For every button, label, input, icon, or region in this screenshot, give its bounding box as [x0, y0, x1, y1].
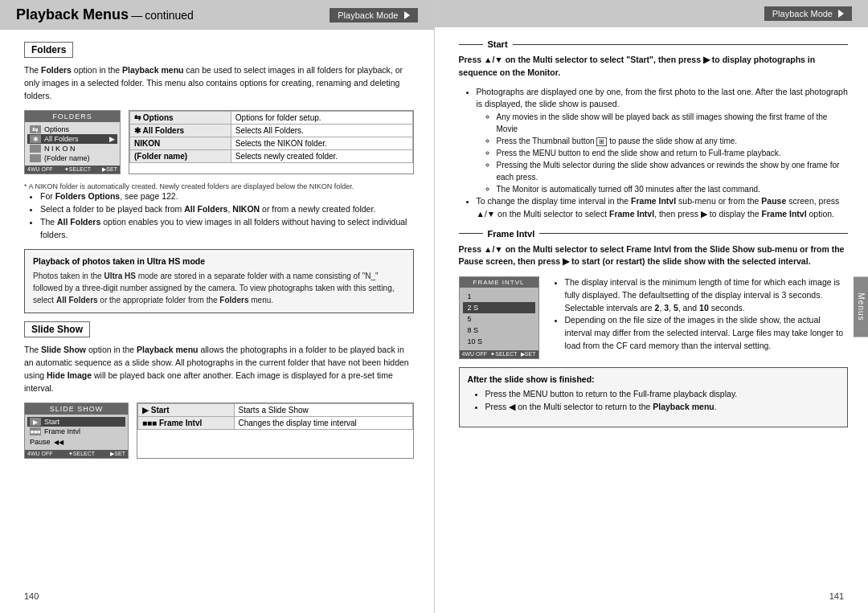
fi-footer-select: ✦SELECT — [490, 351, 517, 358]
after-box-title: After the slide show is finished: — [468, 374, 840, 384]
pause-row: Pause ◀◀ — [27, 436, 125, 447]
folders-screen-body: ⇆ Options ✱ All Folders ▶ N I K O N — [25, 122, 120, 166]
list-item: Photographs are displayed one by one, fr… — [477, 86, 849, 196]
slideshow-table: ▶ Start Starts a Slide Show ■■■ Frame In… — [137, 403, 413, 430]
fi-footer-off: 4WU OFF — [462, 351, 488, 358]
right-page: Playback Mode Start Press ▲/▼ on the Mul… — [435, 0, 869, 613]
slideshow-frameintvl-label: Frame Intvl — [44, 427, 80, 435]
list-item: The All Folders option enables you to vi… — [40, 216, 414, 242]
list-item: The Monitor is automatically turned off … — [497, 183, 849, 195]
start-right-dash — [513, 44, 848, 45]
right-page-header: Playback Mode — [435, 0, 869, 27]
folder-item-allfolders: ✱ All Folders ▶ — [27, 134, 117, 144]
folders-screen-header: FOLDERS — [25, 111, 120, 122]
allfolders-arrow: ▶ — [109, 135, 115, 143]
warning-box-title: Playback of photos taken in Ultra HS mod… — [33, 256, 405, 266]
list-item: Press the MENU button to return to the F… — [485, 388, 840, 401]
sub-bullet-list: Any movies in the slide show will be pla… — [489, 111, 849, 195]
page-container: Playback Menus — continued Playback Mode… — [0, 0, 868, 613]
table-row: (Folder name) Selects newly created fold… — [130, 150, 413, 163]
folder-item-allfolders-label: All Folders — [44, 135, 79, 143]
slideshow-table-container: SLIDE SHOW ▶ Start ■■■ Frame Intvl Pause… — [24, 403, 414, 459]
frame-row-5: 5 — [463, 313, 535, 325]
ss-footer-select: ✦SELECT — [68, 451, 95, 457]
playback-badge-label: Playback Mode — [338, 10, 398, 20]
slideshow-item-frameintvl: ■■■ Frame Intvl — [27, 427, 125, 436]
fi-footer-set: ▶SET — [521, 351, 536, 358]
page-number-left: 140 — [24, 591, 39, 601]
list-item: For Folders Options, see page 122. — [40, 190, 414, 203]
folder-item-foldername-label: (Folder name) — [44, 154, 90, 162]
slideshow-screen-footer: 4WU OFF ✦SELECT ▶SET — [25, 450, 128, 458]
list-item: Depending on the file size of the images… — [565, 314, 849, 352]
folder-item-options: ⇆ Options — [27, 125, 117, 134]
frame-row-1: 1 — [463, 291, 535, 302]
foldername-icon — [30, 154, 41, 162]
list-item: Pressing the Multi selector during the s… — [497, 159, 849, 183]
frame-row-2: 2 S — [463, 302, 535, 313]
slideshow-item-start: ▶ Start — [27, 417, 125, 427]
list-item: Select a folder to be played back from A… — [40, 203, 414, 216]
frame-screen-body: 1 2 S 5 8 S 10 S — [460, 288, 538, 350]
ss-footer-set: ▶SET — [110, 451, 125, 457]
left-page: Playback Menus — continued Playback Mode… — [0, 0, 435, 613]
options-table: ⇆ Options Options for folder setup. ✱ Al… — [129, 110, 414, 174]
list-item: Press ◀ on the Multi selector to return … — [485, 401, 840, 414]
slideshow-intro: The Slide Show option in the Playback me… — [24, 344, 414, 394]
frame-screen-header: FRAME INTVL — [460, 277, 538, 288]
frame-intvl-intro: Press ▲/▼ on the Multi selector to selec… — [459, 243, 849, 269]
list-item: Press the MENU button to end the slide s… — [497, 147, 849, 159]
frame-label-5: 5 — [465, 314, 534, 324]
start-intro: Press ▲/▼ on the Multi selector to selec… — [459, 54, 849, 80]
pause-icons: ◀◀ — [54, 439, 63, 446]
table-cell-nikon-val: Selects the NIKON folder. — [231, 137, 412, 150]
options-icon: ⇆ — [30, 125, 41, 133]
after-box-bullets: Press the MENU button to return to the F… — [477, 388, 840, 414]
header-main-title: Playback Menus — [16, 6, 129, 22]
frame-intvl-label: Frame Intvl — [488, 229, 535, 239]
folders-intro: The Folders option in the Playback menu … — [24, 64, 414, 102]
frame-screen-footer: 4WU OFF ✦SELECT ▶SET — [460, 350, 538, 358]
start-left-dash — [459, 44, 483, 45]
frame-intvl-title-row: Frame Intvl — [459, 229, 849, 239]
folder-item-nikon-label: N I K O N — [44, 145, 76, 153]
table-cell-foldername-key: (Folder name) — [130, 150, 231, 163]
warning-box: Playback of photos taken in Ultra HS mod… — [24, 249, 414, 313]
frame-intvl-icon: ■■■ — [30, 427, 41, 435]
slideshow-screen-body: ▶ Start ■■■ Frame Intvl Pause ◀◀ — [25, 415, 128, 450]
table-row: ▶ Start Starts a Slide Show — [138, 404, 413, 417]
frame-row-10: 10 S — [463, 336, 535, 347]
after-box: After the slide show is finished: Press … — [459, 367, 849, 427]
allfolders-icon: ✱ — [30, 135, 41, 143]
table-cell-start-key: ▶ Start — [138, 404, 235, 417]
frame-intvl-container: FRAME INTVL 1 2 S 5 8 S 10 S — [459, 276, 849, 359]
pause-label: Pause — [30, 438, 51, 446]
header-subtitle: continued — [145, 9, 194, 22]
side-tab: Menus — [854, 276, 868, 337]
footer-set: ▶SET — [102, 166, 117, 173]
slideshow-start-label: Start — [44, 418, 59, 426]
frame-row-8: 8 S — [463, 325, 535, 336]
table-row: ⇆ Options Options for folder setup. — [130, 112, 413, 125]
slideshow-section-label: Slide Show — [24, 321, 90, 337]
frame-label-2: 2 S — [465, 303, 534, 313]
table-row: ✱ All Folders Selects All Folders. — [130, 125, 413, 137]
table-cell-nikon-key: NIKON — [130, 137, 231, 150]
nikon-icon — [30, 145, 41, 153]
frame-intvl-bullets-container: The display interval is the minimum leng… — [547, 276, 849, 359]
table-cell-options-val: Options for folder setup. — [231, 112, 412, 125]
table-cell-fi-val: Changes the display time interval — [234, 417, 412, 430]
start-section-label: Start — [488, 39, 508, 49]
header-title: Playback Menus — continued — [16, 6, 194, 23]
start-bullet-list: Photographs are displayed one by one, fr… — [469, 86, 849, 221]
slideshow-screen: SLIDE SHOW ▶ Start ■■■ Frame Intvl Pause… — [24, 403, 129, 459]
table-cell-allfolders-key: ✱ All Folders — [130, 125, 231, 137]
table-row: ■■■ Frame Intvl Changes the display time… — [138, 417, 413, 430]
folders-bullet-list: For Folders Options, see page 122. Selec… — [32, 190, 414, 241]
right-playback-badge-label: Playback Mode — [772, 9, 833, 18]
list-item: To change the display time interval in t… — [477, 195, 849, 221]
page-number-right: 141 — [829, 591, 844, 601]
right-playback-badge: Playback Mode — [764, 6, 852, 21]
table-row: NIKON Selects the NIKON folder. — [130, 137, 413, 150]
folder-item-nikon: N I K O N — [27, 144, 117, 153]
